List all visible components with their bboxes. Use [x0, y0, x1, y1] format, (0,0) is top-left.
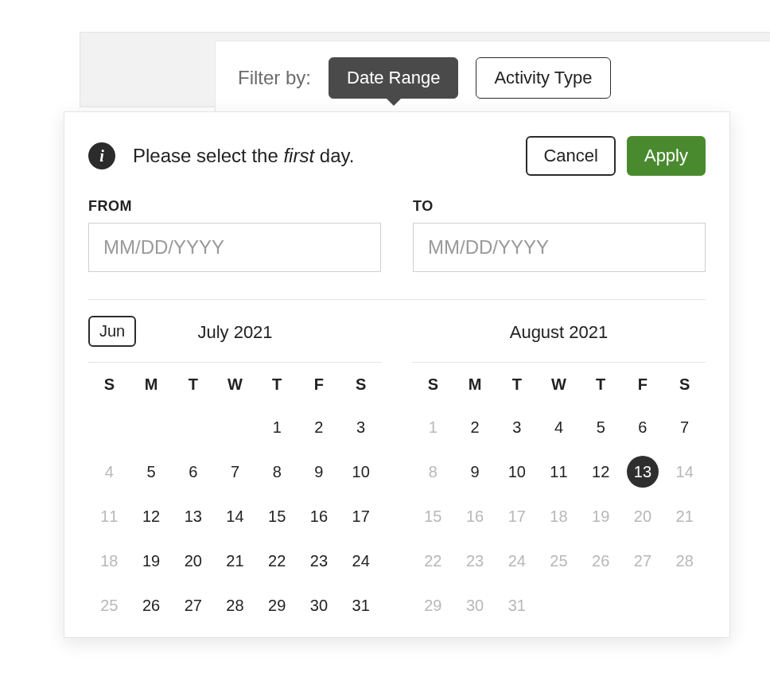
calendar-day: 18 [88, 545, 130, 577]
calendar-day[interactable]: 6 [622, 411, 664, 443]
calendar-day[interactable]: 10 [496, 456, 538, 488]
calendar-day[interactable]: 3 [340, 411, 382, 443]
weekday-header: M [454, 375, 496, 399]
popover-header: i Please select the first day. Cancel Ap… [88, 136, 706, 176]
popover-actions: Cancel Apply [526, 136, 706, 176]
calendar-0: JunJuly 2021SMTWTFS123456789101112131415… [88, 314, 382, 621]
calendar-blank [130, 411, 173, 443]
calendar-day: 1 [412, 411, 454, 443]
from-date-input[interactable] [88, 223, 381, 272]
calendar-day[interactable]: 5 [130, 456, 173, 488]
calendar-day[interactable]: 5 [580, 411, 622, 443]
filter-by-label: Filter by: [238, 67, 311, 89]
calendar-day[interactable]: 22 [256, 545, 298, 577]
calendar-day[interactable]: 7 [663, 411, 706, 443]
calendar-day[interactable]: 12 [130, 500, 173, 532]
calendar-day: 28 [663, 545, 706, 577]
calendar-day[interactable]: 15 [256, 500, 298, 532]
calendar-day: 16 [454, 500, 496, 532]
calendar-day: 27 [622, 545, 664, 577]
calendar-day[interactable]: 4 [538, 411, 580, 443]
calendar-day[interactable]: 23 [298, 545, 340, 577]
calendar-day[interactable]: 31 [340, 589, 382, 621]
calendar-day[interactable]: 8 [256, 456, 298, 488]
divider [88, 299, 706, 300]
instruction-emphasis: first [283, 145, 314, 166]
calendar-day[interactable]: 9 [298, 456, 340, 488]
filter-activity-type-button[interactable]: Activity Type [476, 57, 610, 99]
to-date-input[interactable] [413, 223, 706, 272]
calendar-day[interactable]: 2 [298, 411, 340, 443]
calendar-day: 30 [454, 589, 496, 621]
calendar-day: 15 [412, 500, 454, 532]
info-icon: i [88, 142, 115, 169]
calendar-blank [88, 411, 130, 443]
weekday-header: W [538, 375, 580, 399]
weekday-header: S [340, 375, 382, 399]
calendar-day[interactable]: 11 [538, 456, 580, 488]
calendar-day: 4 [88, 456, 130, 488]
calendar-day[interactable]: 24 [340, 545, 382, 577]
weekday-header: F [622, 375, 664, 399]
calendar-day[interactable]: 30 [298, 589, 340, 621]
instruction-text: Please select the first day. [133, 145, 354, 167]
instruction-suffix: day. [314, 145, 354, 166]
apply-button[interactable]: Apply [627, 136, 706, 176]
weekday-header: M [130, 375, 173, 399]
weekday-header: S [663, 375, 706, 399]
calendar-day[interactable]: 29 [256, 589, 298, 621]
weekday-header: T [256, 375, 298, 399]
calendar-day[interactable]: 3 [496, 411, 538, 443]
calendar-day[interactable]: 27 [172, 589, 214, 621]
calendar-title: August 2021 [510, 322, 609, 342]
weekday-header: T [580, 375, 622, 399]
calendar-1: August 2021SMTWTFS1234567891011121314151… [412, 314, 706, 621]
calendar-blank [172, 411, 214, 443]
calendar-day[interactable]: 2 [454, 411, 496, 443]
cancel-button[interactable]: Cancel [526, 136, 615, 176]
calendar-day: 25 [538, 545, 580, 577]
weekday-header: W [214, 375, 256, 399]
calendar-day: 14 [663, 456, 706, 488]
filter-date-range-button[interactable]: Date Range [329, 57, 458, 99]
calendar-day[interactable]: 13 [627, 456, 659, 488]
calendar-day[interactable]: 13 [172, 500, 214, 532]
calendar-day[interactable]: 1 [256, 411, 298, 443]
calendar-day[interactable]: 20 [172, 545, 214, 577]
from-column: FROM [88, 198, 381, 272]
calendar-day[interactable]: 10 [340, 456, 382, 488]
calendar-day[interactable]: 7 [214, 456, 256, 488]
calendar-day: 17 [496, 500, 538, 532]
to-column: TO [413, 198, 706, 272]
calendar-grid: SMTWTFS123456789101112131415161718192021… [412, 375, 706, 621]
calendar-day: 29 [412, 589, 454, 621]
calendar-day[interactable]: 26 [130, 589, 173, 621]
calendar-day[interactable]: 14 [214, 500, 256, 532]
from-label: FROM [88, 198, 381, 215]
calendar-header: August 2021 [412, 314, 706, 363]
calendar-day[interactable]: 12 [580, 456, 622, 488]
calendar-day[interactable]: 19 [130, 545, 173, 577]
weekday-header: F [298, 375, 340, 399]
calendar-blank [214, 411, 256, 443]
calendar-day[interactable]: 28 [214, 589, 256, 621]
calendar-day: 25 [88, 589, 130, 621]
prev-month-button[interactable]: Jun [88, 316, 136, 347]
calendar-day: 31 [496, 589, 538, 621]
weekday-header: S [88, 375, 130, 399]
calendar-day[interactable]: 16 [298, 500, 340, 532]
calendar-day: 22 [412, 545, 454, 577]
calendar-day[interactable]: 21 [214, 545, 256, 577]
calendars-container: JunJuly 2021SMTWTFS123456789101112131415… [88, 314, 706, 621]
date-range-inputs: FROM TO [88, 198, 706, 272]
calendar-day: 26 [580, 545, 622, 577]
calendar-day[interactable]: 9 [454, 456, 496, 488]
calendar-day[interactable]: 6 [172, 456, 214, 488]
calendar-grid: SMTWTFS123456789101112131415161718192021… [88, 375, 382, 621]
calendar-day: 23 [454, 545, 496, 577]
to-label: TO [413, 198, 706, 215]
calendar-day: 19 [580, 500, 622, 532]
calendar-day[interactable]: 17 [340, 500, 382, 532]
calendar-day: 24 [496, 545, 538, 577]
calendar-header: JunJuly 2021 [88, 314, 382, 363]
